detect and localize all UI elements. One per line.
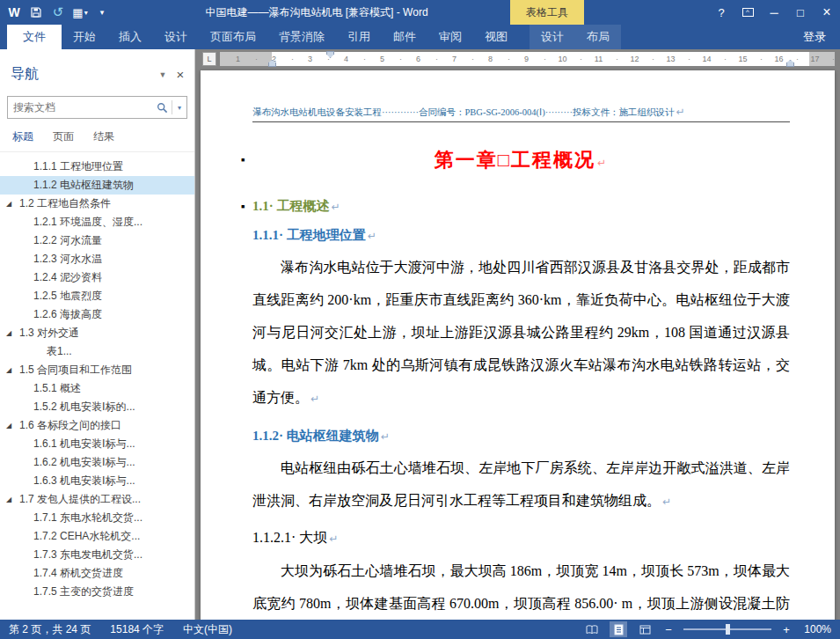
ribbon-tab[interactable]: 邮件 — [382, 25, 427, 49]
expand-collapse-icon[interactable]: ◢ — [6, 329, 11, 337]
nav-heading-item[interactable]: ◢ 1.5.2 机电安装Ⅰ标的... — [0, 398, 194, 416]
page-header-text[interactable]: 瀑布沟水电站机电设备安装工程············合同编号：PBG-SG-20… — [252, 106, 790, 122]
nav-heading-item[interactable]: ◢ 1.7.2 CEHA水轮机交... — [0, 527, 194, 546]
nav-heading-item[interactable]: ◢ 1.2.4 泥沙资料 — [0, 268, 194, 287]
title-bar: W ↺ ▦ ▾ ▾ 中国电建——瀑布沟电站机电 [兼容模式] - Word 表格… — [0, 0, 840, 25]
print-layout-button[interactable] — [610, 621, 627, 637]
ribbon-display-options-button[interactable]: ^ — [734, 0, 761, 25]
heading-text: 1.1.2· 电站枢纽建筑物 — [252, 429, 379, 443]
ribbon-tab[interactable]: 插入 — [107, 25, 153, 49]
heading-text: 1.1· 工程概述 — [252, 199, 330, 213]
tab-selector[interactable]: L — [202, 52, 216, 66]
search-icon[interactable] — [152, 102, 172, 114]
nav-heading-item[interactable]: ◢ 1.6.2 机电安装Ⅰ标与... — [0, 453, 194, 472]
chapter-title[interactable]: ■ 第一章□工程概况↵ — [252, 147, 790, 173]
help-button[interactable]: ? — [708, 0, 734, 25]
paragraph-mark: ↵ — [329, 532, 338, 545]
sign-in-link[interactable]: 登录 — [789, 25, 840, 49]
tab-file[interactable]: 文件 — [7, 25, 62, 49]
search-dropdown-icon[interactable]: ▾ — [172, 104, 186, 112]
nav-heading-item[interactable]: ◢ 1.1.1 工程地理位置 — [0, 158, 194, 176]
navigation-pane-title: 导航 — [11, 65, 154, 84]
nav-heading-label: 1.6.3 机电安装Ⅰ标与... — [33, 474, 135, 488]
paragraph-mark: ↵ — [381, 430, 390, 443]
zoom-slider-thumb[interactable] — [726, 624, 730, 635]
nav-heading-item[interactable]: ◢ 1.5.1 概述 — [0, 379, 194, 398]
zoom-in-button[interactable]: + — [780, 623, 793, 636]
nav-heading-item[interactable]: ◢ 1.2.5 地震烈度 — [0, 287, 194, 305]
nav-heading-item[interactable]: ◢ 1.2 工程地自然条件 — [0, 195, 194, 213]
table-tool-button[interactable]: ▦ ▾ — [69, 3, 91, 22]
expand-collapse-icon[interactable]: ◢ — [6, 496, 11, 503]
navigation-tab[interactable]: 页面 — [53, 129, 74, 144]
nav-heading-item[interactable]: ◢ 1.5 合同项目和工作范围 — [0, 361, 194, 379]
paragraph-3[interactable]: 大坝为砾石土心墙堆石坝，最大坝高 186m，坝顶宽 14m，坝顶长 573m，坝… — [252, 555, 790, 620]
customize-quick-access-button[interactable]: ▾ — [91, 3, 113, 22]
close-button[interactable]: × — [814, 0, 840, 25]
heading-1-1-2-1[interactable]: 1.1.2.1· 大坝↵ — [252, 529, 790, 547]
horizontal-ruler[interactable]: 1 2 3 4 5 6 7 — [220, 52, 835, 66]
language-indicator[interactable]: 中文(中国) — [183, 622, 232, 637]
word-logo-icon[interactable]: W — [4, 3, 25, 22]
ribbon-tab[interactable]: 背景消除 — [267, 25, 336, 49]
nav-heading-item[interactable]: ◢ 1.7.4 桥机交货进度 — [0, 564, 194, 583]
dropdown-arrow-icon: ▾ — [84, 9, 88, 17]
ribbon-tab[interactable]: 页面布局 — [199, 25, 267, 49]
nav-heading-item[interactable]: ◢ 1.6.1 机电安装Ⅰ标与... — [0, 435, 194, 453]
header-content: 瀑布沟水电站机电设备安装工程············合同编号：PBG-SG-20… — [252, 107, 675, 117]
ribbon-tab[interactable]: 审阅 — [427, 25, 473, 49]
web-layout-button[interactable] — [636, 621, 654, 637]
page-indicator[interactable]: 第 2 页，共 24 页 — [9, 622, 91, 637]
nav-heading-item[interactable]: ◢ 1.2.6 海拔高度 — [0, 305, 194, 324]
nav-heading-item[interactable]: ◢ 表1... — [0, 342, 194, 361]
search-box: ▾ — [7, 96, 187, 119]
nav-heading-item[interactable]: ◢ 1.7.1 东电水轮机交货... — [0, 509, 194, 527]
heading-1-1-2[interactable]: 1.1.2· 电站枢纽建筑物↵ — [252, 428, 790, 444]
ruler-number: 6 — [400, 52, 436, 66]
nav-heading-label: 1.2.4 泥沙资料 — [33, 270, 102, 285]
navigation-tab[interactable]: 结果 — [93, 129, 114, 144]
heading-1-1[interactable]: ■ 1.1· 工程概述↵ — [252, 198, 790, 215]
paragraph-2[interactable]: 电站枢纽由砾石土心墙堆石坝、左岸地下厂房系统、左岸岸边开敞式溢洪道、左岸泄洪洞、… — [252, 452, 790, 518]
read-mode-button[interactable] — [583, 621, 601, 637]
ribbon-contextual-tab[interactable]: 布局 — [575, 25, 621, 49]
nav-heading-item[interactable]: ◢ 1.2.2 河水流量 — [0, 231, 194, 250]
ribbon-tab[interactable]: 视图 — [473, 25, 519, 49]
nav-heading-item[interactable]: ◢ 1.7.3 东电发电机交货... — [0, 546, 194, 564]
paragraph-1[interactable]: 瀑布沟水电站位于大渡河中游，地处四川省西部汉源县及甘洛县交界处，距成都市直线距离… — [252, 251, 790, 415]
minimize-button[interactable]: ─ — [761, 0, 787, 25]
save-button[interactable] — [26, 3, 47, 22]
navigation-tab[interactable]: 标题 — [12, 129, 33, 144]
document-page[interactable]: 瀑布沟水电站机电设备安装工程············合同编号：PBG-SG-20… — [201, 70, 835, 620]
nav-heading-item[interactable]: ◢ 1.6.3 机电安装Ⅰ标与... — [0, 472, 194, 490]
undo-button[interactable]: ↺ — [47, 3, 69, 22]
ruler-number: 8 — [472, 52, 508, 66]
zoom-percentage[interactable]: 100% — [801, 623, 831, 635]
ribbon-tab[interactable]: 设计 — [153, 25, 199, 49]
expand-collapse-icon[interactable]: ◢ — [6, 200, 11, 208]
zoom-out-button[interactable]: − — [662, 623, 675, 636]
status-bar-right: − + 100% — [583, 621, 831, 637]
nav-heading-item[interactable]: ◢ 1.2.3 河水水温 — [0, 250, 194, 268]
search-input[interactable] — [8, 101, 152, 114]
ruler-row: L 1 2 3 4 5 — [195, 49, 840, 69]
pane-options-dropdown-icon[interactable]: ▼ — [154, 70, 172, 79]
document-canvas[interactable]: 瀑布沟水电站机电设备安装工程············合同编号：PBG-SG-20… — [195, 69, 840, 620]
pane-close-icon[interactable]: × — [172, 67, 189, 82]
ribbon-contextual-tab[interactable]: 设计 — [530, 25, 575, 49]
nav-heading-item[interactable]: ◢ 1.7.5 主变的交货进度 — [0, 583, 194, 601]
main-area: 导航 ▼ × ▾ 标题 页面 — [0, 49, 840, 620]
nav-heading-item[interactable]: ◢ 1.6 各标段之间的接口 — [0, 416, 194, 435]
expand-collapse-icon[interactable]: ◢ — [6, 422, 11, 430]
nav-heading-item[interactable]: ◢ 1.7 发包人提供的工程设... — [0, 490, 194, 509]
ribbon-tab[interactable]: 引用 — [336, 25, 382, 49]
nav-heading-item[interactable]: ◢ 1.2.1 环境温度、湿度... — [0, 213, 194, 231]
expand-collapse-icon[interactable]: ◢ — [6, 366, 11, 374]
zoom-slider[interactable] — [683, 628, 771, 630]
ribbon-tab[interactable]: 开始 — [62, 25, 107, 49]
maximize-button[interactable]: □ — [787, 0, 814, 25]
heading-1-1-1[interactable]: 1.1.1· 工程地理位置↵ — [252, 227, 790, 244]
nav-heading-item[interactable]: ◢ 1.1.2 电站枢纽建筑物 — [0, 176, 194, 195]
nav-heading-item[interactable]: ◢ 1.3 对外交通 — [0, 324, 194, 342]
word-count[interactable]: 15184 个字 — [110, 622, 164, 637]
